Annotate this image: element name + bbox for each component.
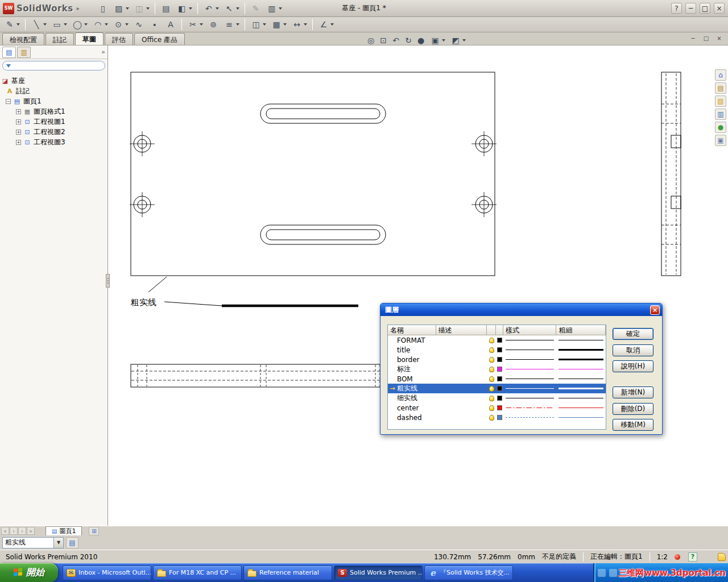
view-palette-icon[interactable]: ▥	[715, 109, 726, 120]
expand-expander-icon[interactable]: +	[16, 119, 21, 124]
tab-annotation[interactable]: 註記	[46, 33, 74, 45]
doc-restore-button[interactable]: □	[702, 34, 710, 43]
ellipse-icon[interactable]: ⊙	[113, 19, 124, 30]
layer-visibility-bulb-icon[interactable]	[487, 357, 496, 363]
next-sheet-icon[interactable]: ›	[18, 527, 26, 535]
column-visibility[interactable]	[487, 325, 496, 335]
cancel-button[interactable]: 取消	[613, 344, 653, 356]
quick-tips-icon[interactable]	[718, 553, 726, 561]
circle-icon[interactable]: ◯	[72, 19, 83, 30]
filter-input[interactable]	[14, 62, 101, 69]
dropdown-caret-icon[interactable]	[189, 7, 192, 10]
hole-top-left[interactable]	[130, 131, 155, 156]
last-sheet-icon[interactable]: »	[27, 527, 35, 535]
solidworks-resources-icon[interactable]: ⌂	[715, 69, 726, 81]
tab-office-products[interactable]: Office 產品	[134, 33, 185, 45]
menu-expand-caret-icon[interactable]: ▸	[77, 5, 80, 11]
options-icon[interactable]: ▥	[266, 3, 278, 14]
move-layer-button[interactable]: 移動(M)	[613, 419, 653, 431]
dropdown-caret-icon[interactable]	[126, 7, 129, 10]
layer-color-swatch[interactable]	[496, 376, 503, 381]
layer-line-thickness[interactable]	[556, 388, 606, 389]
dropdown-caret-icon[interactable]	[200, 23, 203, 26]
hole-bottom-right[interactable]	[471, 192, 497, 217]
layer-line-thickness[interactable]	[556, 340, 606, 340]
quick-snaps-icon[interactable]: ∠	[318, 19, 329, 30]
previous-view-icon[interactable]: ↶	[390, 35, 402, 46]
undo-icon[interactable]: ↶	[203, 3, 214, 14]
column-description[interactable]: 描述	[436, 325, 487, 335]
layer-line-thickness[interactable]	[556, 359, 606, 360]
layer-visibility-bulb-icon[interactable]	[487, 415, 496, 421]
dropdown-caret-icon[interactable]	[146, 7, 150, 10]
layer-line-thickness[interactable]	[556, 349, 606, 351]
dropdown-caret-icon[interactable]	[64, 23, 67, 26]
tree-item-drawing-view2[interactable]: + ⊡ 工程視圖2	[1, 127, 106, 137]
layer-row-biaozhu[interactable]: 标注	[388, 364, 606, 374]
layer-line-style[interactable]	[503, 379, 557, 379]
layer-visibility-bulb-icon[interactable]	[487, 338, 496, 343]
offset-entities-icon[interactable]: ≡	[224, 19, 235, 30]
design-library-icon[interactable]: ▤	[715, 82, 726, 94]
apply-scene-icon[interactable]: ●	[415, 35, 427, 46]
close-button[interactable]: ×	[714, 3, 725, 14]
dialog-close-icon[interactable]: ×	[650, 305, 660, 315]
layer-color-swatch[interactable]	[496, 415, 503, 420]
layer-line-thickness[interactable]	[556, 408, 606, 408]
layer-line-thickness[interactable]	[556, 417, 606, 418]
column-color[interactable]	[496, 325, 503, 335]
ok-button[interactable]: 確定	[613, 328, 653, 340]
layer-row-xishixian[interactable]: 细实线	[388, 393, 606, 403]
dropdown-caret-icon[interactable]	[105, 23, 108, 26]
column-name[interactable]: 名稱	[388, 325, 436, 335]
tree-item-sheet-format1[interactable]: + ▦ 圖頁格式1	[1, 106, 106, 117]
rectangle-icon[interactable]: ▭	[51, 19, 63, 30]
linear-sketch-pattern-icon[interactable]: ▦	[271, 19, 282, 30]
hole-top-right[interactable]	[471, 131, 497, 156]
expand-expander-icon[interactable]: +	[16, 130, 21, 135]
start-button[interactable]: 開始	[0, 563, 58, 582]
custom-properties-icon[interactable]: ▣	[715, 135, 726, 146]
tree-item-drawing-view3[interactable]: + ⊡ 工程視圖3	[1, 137, 106, 147]
layer-visibility-bulb-icon[interactable]	[487, 386, 496, 392]
layer-line-style[interactable]	[503, 369, 557, 369]
layer-color-swatch[interactable]	[496, 367, 503, 372]
maximize-button[interactable]: □	[700, 3, 710, 14]
sketch-icon[interactable]: ✎	[4, 19, 15, 30]
layer-line-style[interactable]	[503, 398, 557, 398]
hole-bottom-left[interactable]	[130, 192, 155, 217]
minimize-button[interactable]: ─	[685, 3, 696, 14]
layer-row-format[interactable]: FORMAT	[388, 335, 606, 345]
appearances-icon[interactable]: ●	[715, 122, 726, 133]
chevron-down-icon[interactable]: ▼	[53, 538, 63, 548]
tree-item-annotations[interactable]: A 註記	[1, 86, 106, 96]
layer-visibility-bulb-icon[interactable]	[487, 376, 496, 382]
tree-filter-box[interactable]	[2, 61, 105, 70]
expand-expander-icon[interactable]: +	[16, 140, 21, 145]
layer-select[interactable]: 粗实线 ▼	[2, 537, 64, 548]
edit-appearance-icon[interactable]: ◧	[176, 3, 188, 14]
dropdown-caret-icon[interactable]	[84, 23, 88, 26]
hide-show-items-icon[interactable]: ◩	[450, 35, 461, 46]
tray-icon[interactable]	[609, 569, 617, 577]
drawing-view-side[interactable]	[661, 72, 681, 276]
line-icon[interactable]: ╲	[31, 19, 42, 30]
dropdown-caret-icon[interactable]	[462, 39, 466, 41]
taskbar-item-folder-m18[interactable]: For M18 XC and CP ...	[153, 566, 242, 580]
expand-expander-icon[interactable]: +	[16, 109, 21, 114]
layer-row-center[interactable]: center	[388, 403, 606, 413]
propertymanager-tab-icon[interactable]: ▥	[17, 47, 31, 58]
dropdown-caret-icon[interactable]	[330, 23, 334, 26]
display-style-icon[interactable]: ▣	[429, 35, 441, 46]
collapse-expander-icon[interactable]: −	[6, 99, 11, 104]
drawing-view-top[interactable]	[130, 72, 497, 276]
panel-expand-icon[interactable]: »	[101, 48, 105, 56]
layer-color-swatch[interactable]	[496, 338, 503, 343]
layer-color-swatch[interactable]	[496, 405, 503, 410]
print-icon[interactable]: ▤	[160, 3, 172, 14]
tab-view-layout[interactable]: 檢視配置	[2, 33, 44, 45]
featuremanager-tab-icon[interactable]: ▤	[2, 47, 16, 58]
help-button[interactable]: ?	[671, 3, 682, 14]
drawing-sheet[interactable]: 粗实线	[108, 45, 717, 526]
mirror-entities-icon[interactable]: ◫	[250, 19, 262, 30]
